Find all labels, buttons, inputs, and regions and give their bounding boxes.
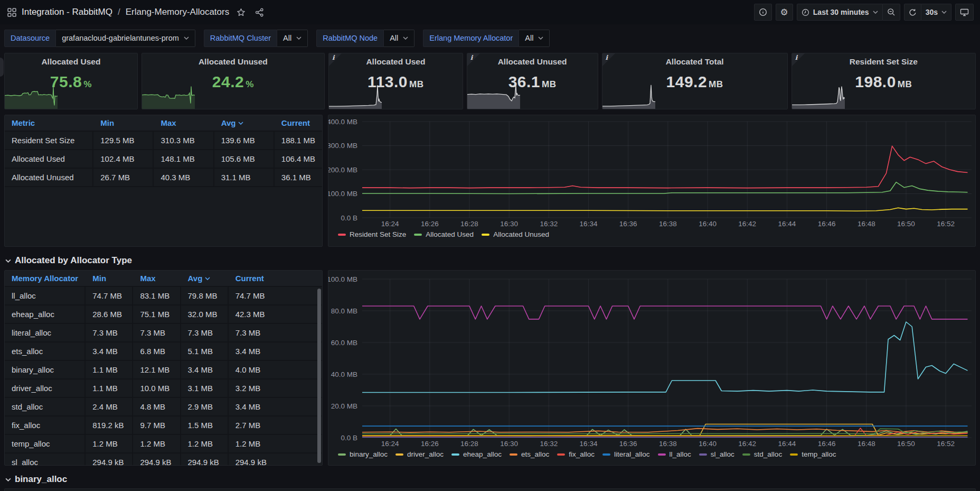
- series-line-eheap_alloc: [362, 322, 968, 393]
- column-header-min[interactable]: Min: [86, 274, 133, 283]
- legend-swatch: [742, 453, 750, 456]
- legend-item-sl_alloc[interactable]: sl_alloc: [699, 450, 734, 458]
- legend-swatch: [557, 453, 565, 456]
- panel-info-icon[interactable]: i: [792, 53, 805, 66]
- datasource-label: Datasource: [4, 30, 56, 47]
- table-cell: 106.4 MB: [275, 150, 322, 168]
- chevron-down-icon: [184, 36, 189, 40]
- allocator-chart-plot[interactable]: 16:2416:2616:2816:3016:3216:3416:3616:38…: [328, 271, 975, 449]
- legend-item-temp_alloc[interactable]: temp_alloc: [790, 450, 836, 458]
- table-cell: 7.3 MB: [133, 324, 181, 341]
- legend-item-binary_alloc[interactable]: binary_alloc: [338, 450, 388, 458]
- node-select[interactable]: All: [384, 30, 414, 47]
- section-allocated-by-type[interactable]: Allocated by Allocator Type: [5, 254, 976, 267]
- table-cell: 31.1 MB: [214, 169, 275, 186]
- column-header-max[interactable]: Max: [133, 274, 181, 283]
- stat-panel-title[interactable]: Allocated Unused: [467, 57, 598, 67]
- legend-swatch: [482, 234, 489, 236]
- x-axis-tick-label: 16:46: [818, 220, 836, 228]
- stat-panel-title[interactable]: Allocated Used: [5, 57, 137, 67]
- table-cell: eheap_alloc: [5, 305, 86, 323]
- legend-item-ets_alloc[interactable]: ets_alloc: [510, 450, 549, 458]
- legend-item-std_alloc[interactable]: std_alloc: [742, 450, 782, 458]
- table-cell: 294.9 kB: [133, 453, 181, 466]
- legend-swatch: [338, 453, 346, 456]
- column-header-max[interactable]: Max: [154, 118, 214, 127]
- cluster-select[interactable]: All: [277, 30, 308, 47]
- stat-sparkline: [142, 82, 195, 109]
- dashboard-insights-button[interactable]: [754, 4, 772, 21]
- table-scrollbar[interactable]: [317, 289, 321, 463]
- tv-mode-button[interactable]: [955, 4, 974, 21]
- x-axis-tick-label: 16:42: [738, 220, 756, 228]
- legend-swatch: [395, 453, 403, 456]
- table-cell: 819.2 kB: [86, 416, 133, 434]
- info-letter-icon: i: [470, 54, 473, 61]
- panel-info-icon[interactable]: i: [329, 53, 342, 66]
- memory-chart-plot[interactable]: 16:2416:2616:2816:3016:3216:3416:3616:38…: [328, 115, 975, 229]
- breadcrumb-folder[interactable]: Integration - RabbitMQ: [22, 7, 112, 17]
- refresh-button[interactable]: [904, 4, 921, 21]
- clock-icon: [802, 8, 809, 16]
- column-header-avg[interactable]: Avg: [181, 274, 229, 283]
- column-header-current[interactable]: Current: [275, 118, 322, 127]
- allocator-select[interactable]: All: [519, 30, 550, 47]
- table-cell: driver_alloc: [5, 379, 86, 397]
- memory-timeseries-panel: 16:2416:2616:2816:3016:3216:3416:3616:38…: [328, 115, 976, 247]
- column-header-current[interactable]: Current: [229, 274, 322, 283]
- time-range-picker[interactable]: Last 30 minutes: [797, 4, 883, 21]
- column-header-min[interactable]: Min: [93, 118, 154, 127]
- legend-item-Resident Set Size[interactable]: Resident Set Size: [338, 230, 406, 238]
- table-cell: ll_alloc: [5, 287, 86, 304]
- table-row: eheap_alloc28.6 MB75.1 MB32.0 MB42.3 MB: [5, 305, 322, 324]
- dashboards-grid-icon[interactable]: [7, 8, 16, 17]
- y-axis-tick-label: 0.0 B: [341, 434, 357, 442]
- column-header-metric[interactable]: Metric: [5, 118, 93, 127]
- stat-panel-title[interactable]: Allocated Unused: [142, 57, 324, 67]
- refresh-interval-picker[interactable]: 30s: [921, 4, 951, 21]
- legend-item-eheap_alloc[interactable]: eheap_alloc: [451, 450, 502, 458]
- legend-item-fix_alloc[interactable]: fix_alloc: [557, 450, 595, 458]
- top-navbar: Integration - RabbitMQ / Erlang-Memory-A…: [0, 0, 980, 24]
- star-icon[interactable]: [234, 7, 248, 18]
- table-cell: binary_alloc: [5, 361, 86, 378]
- table-cell: 40.3 MB: [154, 169, 214, 186]
- table-row: driver_alloc1.1 MB10.0 MB3.1 MB3.2 MB: [5, 379, 322, 398]
- panel-info-icon[interactable]: i: [467, 53, 480, 66]
- table-row: Allocated Used102.4 MB148.1 MB105.6 MB10…: [5, 150, 322, 169]
- legend-item-Allocated Unused[interactable]: Allocated Unused: [482, 230, 549, 238]
- stat-panel-title[interactable]: Allocated Total: [602, 57, 787, 67]
- column-header-avg[interactable]: Avg: [214, 118, 275, 127]
- section-title: binary_alloc: [15, 474, 67, 485]
- side-menu-handle[interactable]: [0, 58, 4, 77]
- table-cell: 26.7 MB: [93, 169, 154, 186]
- table-cell: 1.1 MB: [86, 361, 133, 378]
- table-body: Resident Set Size129.5 MB310.3 MB139.6 M…: [5, 132, 322, 187]
- column-header-memory-allocator[interactable]: Memory Allocator: [5, 274, 86, 283]
- stat-panel-title[interactable]: Resident Set Size: [792, 57, 975, 67]
- table-cell: std_alloc: [5, 398, 86, 415]
- section-binary-alloc[interactable]: binary_alloc: [5, 473, 976, 486]
- refresh-interval-label: 30s: [926, 8, 938, 16]
- x-axis-tick-label: 16:30: [500, 440, 518, 448]
- zoom-out-time-button[interactable]: [883, 4, 900, 21]
- datasource-select[interactable]: grafanacloud-gabrielantunes-prom: [56, 30, 195, 47]
- legend-item-literal_alloc[interactable]: literal_alloc: [602, 450, 650, 458]
- x-axis-tick-label: 16:28: [460, 440, 478, 448]
- legend-item-driver_alloc[interactable]: driver_alloc: [395, 450, 444, 458]
- dashboard-settings-button[interactable]: ⚙: [776, 4, 793, 21]
- panel-info-icon[interactable]: i: [602, 53, 615, 66]
- legend-item-ll_alloc[interactable]: ll_alloc: [658, 450, 691, 458]
- table-cell: 3.4 MB: [229, 342, 322, 360]
- legend-swatch: [414, 234, 422, 236]
- share-icon[interactable]: [253, 7, 266, 18]
- stat-panel-title[interactable]: Allocated Used: [329, 57, 463, 67]
- table-cell: fix_alloc: [5, 416, 86, 434]
- info-letter-icon: i: [606, 54, 608, 61]
- table-row: Allocated Unused26.7 MB40.3 MB31.1 MB36.…: [5, 169, 322, 187]
- table-cell: 294.9 kB: [86, 453, 133, 466]
- legend-item-Allocated Used[interactable]: Allocated Used: [414, 230, 474, 238]
- table-cell: 1.2 MB: [181, 435, 229, 452]
- table-cell: 148.1 MB: [154, 150, 214, 168]
- chevron-down-icon: [5, 478, 11, 481]
